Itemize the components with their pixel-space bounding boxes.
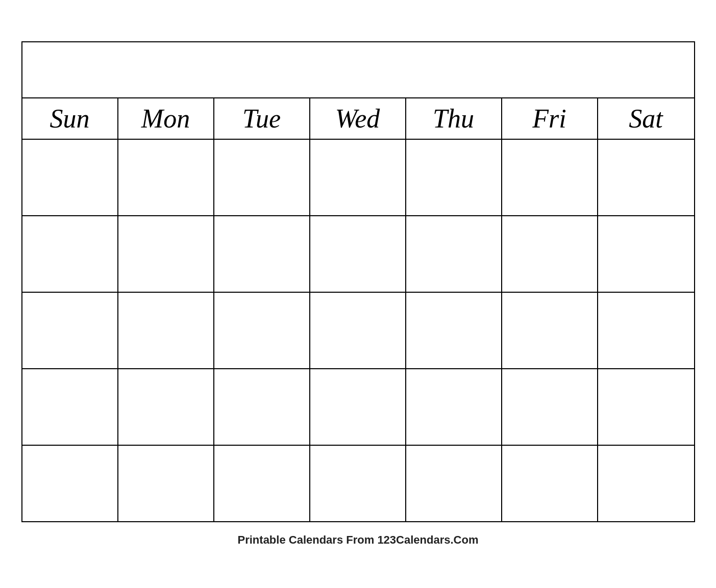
cell-1-1[interactable] bbox=[22, 140, 118, 215]
cell-3-5[interactable] bbox=[406, 293, 502, 368]
cell-3-1[interactable] bbox=[22, 293, 118, 368]
cell-4-2[interactable] bbox=[118, 369, 214, 445]
calendar-header: Sun Mon Tue Wed Thu Fri Sat bbox=[22, 98, 694, 140]
calendar-title-row bbox=[22, 42, 694, 98]
page-wrapper: Sun Mon Tue Wed Thu Fri Sat bbox=[21, 41, 695, 547]
cell-3-6[interactable] bbox=[502, 293, 598, 368]
calendar-container: Sun Mon Tue Wed Thu Fri Sat bbox=[21, 41, 695, 522]
cell-3-4[interactable] bbox=[310, 293, 406, 368]
cell-1-3[interactable] bbox=[214, 140, 310, 215]
header-sat: Sat bbox=[598, 98, 694, 139]
cell-5-4[interactable] bbox=[310, 446, 406, 521]
cell-1-7[interactable] bbox=[598, 140, 694, 215]
cell-5-2[interactable] bbox=[118, 446, 214, 521]
cell-1-6[interactable] bbox=[502, 140, 598, 215]
cell-1-5[interactable] bbox=[406, 140, 502, 215]
cell-5-6[interactable] bbox=[502, 446, 598, 521]
header-fri: Fri bbox=[502, 98, 598, 139]
footer-bold: 123Calendars.Com bbox=[377, 533, 478, 546]
header-sun: Sun bbox=[22, 98, 118, 139]
cell-3-2[interactable] bbox=[118, 293, 214, 368]
cell-4-6[interactable] bbox=[502, 369, 598, 445]
header-wed: Wed bbox=[310, 98, 406, 139]
cell-4-1[interactable] bbox=[22, 369, 118, 445]
header-thu: Thu bbox=[406, 98, 502, 139]
cell-2-5[interactable] bbox=[406, 216, 502, 292]
cell-4-3[interactable] bbox=[214, 369, 310, 445]
cell-4-7[interactable] bbox=[598, 369, 694, 445]
calendar-row-3 bbox=[22, 293, 694, 369]
cell-2-7[interactable] bbox=[598, 216, 694, 292]
cell-3-7[interactable] bbox=[598, 293, 694, 368]
cell-1-2[interactable] bbox=[118, 140, 214, 215]
cell-5-1[interactable] bbox=[22, 446, 118, 521]
header-mon: Mon bbox=[118, 98, 214, 139]
footer-text: Printable Calendars From 123Calendars.Co… bbox=[238, 533, 479, 547]
calendar-body bbox=[22, 140, 694, 521]
cell-4-4[interactable] bbox=[310, 369, 406, 445]
cell-5-7[interactable] bbox=[598, 446, 694, 521]
cell-2-3[interactable] bbox=[214, 216, 310, 292]
calendar-row-4 bbox=[22, 369, 694, 446]
calendar-row-5 bbox=[22, 446, 694, 521]
cell-2-6[interactable] bbox=[502, 216, 598, 292]
cell-2-1[interactable] bbox=[22, 216, 118, 292]
cell-4-5[interactable] bbox=[406, 369, 502, 445]
cell-3-3[interactable] bbox=[214, 293, 310, 368]
cell-5-5[interactable] bbox=[406, 446, 502, 521]
header-tue: Tue bbox=[214, 98, 310, 139]
cell-2-2[interactable] bbox=[118, 216, 214, 292]
cell-2-4[interactable] bbox=[310, 216, 406, 292]
footer-regular: Printable Calendars From bbox=[238, 533, 378, 546]
calendar-row-1 bbox=[22, 140, 694, 216]
cell-5-3[interactable] bbox=[214, 446, 310, 521]
calendar-row-2 bbox=[22, 216, 694, 293]
cell-1-4[interactable] bbox=[310, 140, 406, 215]
